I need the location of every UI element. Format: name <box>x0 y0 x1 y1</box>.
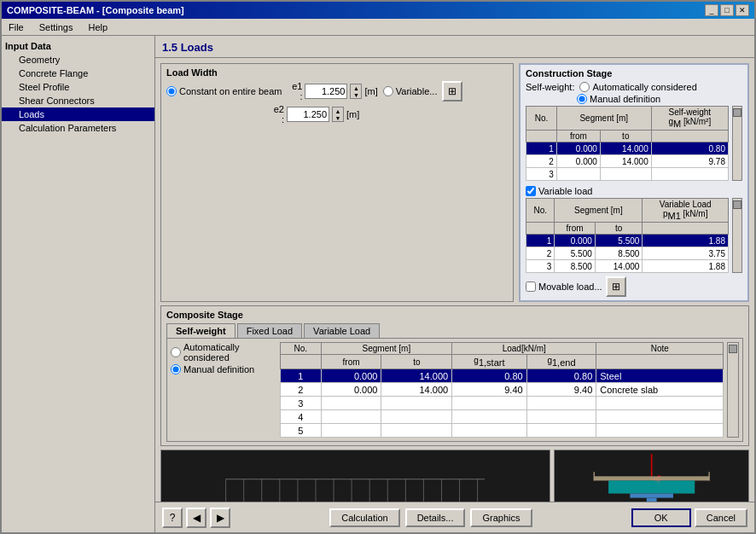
details-button[interactable]: Details... <box>405 508 466 527</box>
cs-no-2: 2 <box>526 155 557 168</box>
ct-note-1[interactable]: Steel <box>596 369 724 383</box>
ct-to-5 <box>381 424 452 438</box>
cs-gm-1[interactable]: 0.80 <box>651 142 728 155</box>
content-area: Input Data Geometry Concrete Flange Stee… <box>2 36 754 532</box>
sidebar-item-steel-profile[interactable]: Steel Profile <box>2 80 154 94</box>
sw-row: Self-weight: Automatically considered <box>526 82 742 92</box>
composite-stage-panel: Composite Stage Self-weight Fixed Load V… <box>160 305 749 446</box>
ct-row-1[interactable]: 1 0.000 14.000 0.80 0.80 Steel <box>281 369 724 383</box>
cancel-button[interactable]: Cancel <box>695 508 747 527</box>
vl-pm1-3[interactable]: 1.88 <box>643 260 729 273</box>
beam-svg <box>161 450 550 502</box>
vl-to-3[interactable]: 14.000 <box>595 260 643 273</box>
variable-load-check-label[interactable]: Variable load <box>526 186 742 196</box>
ct-row-3[interactable]: 3 <box>281 397 724 410</box>
cs-auto-radio[interactable] <box>579 82 590 92</box>
constant-radio[interactable] <box>166 86 177 96</box>
load-width-copy-button[interactable]: ⊞ <box>442 81 462 102</box>
variable-label: Variable... <box>396 86 438 96</box>
cs-from-2[interactable]: 0.000 <box>556 155 600 168</box>
cs-gm-2[interactable]: 9.78 <box>651 155 728 168</box>
vl-pm1-1[interactable]: 1.88 <box>643 235 729 247</box>
sidebar-item-calc-params[interactable]: Calculation Parameters <box>2 121 154 135</box>
movable-load-label: Movable load... <box>538 282 602 292</box>
vl-row-3[interactable]: 3 8.500 14.000 1.88 <box>526 260 729 273</box>
movable-load-check-label[interactable]: Movable load... <box>526 282 602 292</box>
ct-end-1[interactable]: 0.80 <box>526 369 596 383</box>
comp-auto-radio[interactable] <box>171 347 181 357</box>
tab-fixed-load[interactable]: Fixed Load <box>237 323 302 338</box>
e1-input[interactable] <box>305 84 347 99</box>
minimize-button[interactable]: _ <box>705 4 718 16</box>
e1-spinner[interactable]: ▲▼ <box>350 84 362 99</box>
ok-button[interactable]: OK <box>631 508 691 527</box>
movable-load-checkbox[interactable] <box>526 282 536 292</box>
vl-row-1[interactable]: 1 0.000 5.500 1.88 <box>526 235 729 247</box>
comp-manual-radio[interactable] <box>171 364 181 374</box>
cs-row-3[interactable]: 3 <box>526 168 729 181</box>
e2-group: e2 : ▲▼ [m] <box>269 104 359 125</box>
vl-to-2[interactable]: 8.500 <box>595 247 643 260</box>
tab-self-weight[interactable]: Self-weight <box>166 323 236 338</box>
calculation-button[interactable]: Calculation <box>329 508 399 527</box>
ct-note-2[interactable]: Concrete slab <box>596 383 724 397</box>
ct-to-1[interactable]: 14.000 <box>381 369 452 383</box>
comp-auto-radio-label[interactable]: Automatically considered <box>171 342 273 363</box>
ct-row-4[interactable]: 4 <box>281 410 724 424</box>
close-button[interactable]: ✕ <box>736 4 749 16</box>
sidebar-item-loads[interactable]: Loads <box>2 107 154 121</box>
cs-row-2[interactable]: 2 0.000 14.000 9.78 <box>526 155 729 168</box>
sidebar-item-shear-connectors[interactable]: Shear Connectors <box>2 94 154 107</box>
ct-to-2[interactable]: 14.000 <box>381 383 452 397</box>
prev-button[interactable]: ◀ <box>186 508 206 528</box>
cs-from-1[interactable]: 0.000 <box>556 142 600 155</box>
graphics-button[interactable]: Graphics <box>470 508 532 527</box>
constant-radio-label[interactable]: Constant on entire beam <box>166 86 282 96</box>
tab-variable-load[interactable]: Variable Load <box>304 323 380 338</box>
vl-pm1-2[interactable]: 3.75 <box>643 247 729 260</box>
cs-to-2[interactable]: 14.000 <box>600 155 651 168</box>
e2-input[interactable] <box>287 107 329 122</box>
cs-to-1[interactable]: 14.000 <box>600 142 651 155</box>
cs-manual-radio[interactable] <box>577 94 587 104</box>
menu-help[interactable]: Help <box>84 21 111 33</box>
variable-radio-label[interactable]: Variable... <box>383 86 438 96</box>
help-button[interactable]: ? <box>162 508 183 528</box>
cs-to-3 <box>600 168 651 181</box>
ct-row-2[interactable]: 2 0.000 14.000 9.40 9.40 Concrete slab <box>281 383 724 397</box>
variable-load-checkbox[interactable] <box>526 186 536 196</box>
ct-end-2[interactable]: 9.40 <box>526 383 596 397</box>
cs-web <box>646 498 656 502</box>
cs-manual-radio-label[interactable]: Manual definition <box>577 94 660 104</box>
ct-from-1[interactable]: 0.000 <box>321 369 381 383</box>
vl-from-3[interactable]: 8.500 <box>555 260 595 273</box>
vl-col-pm1: Variable LoadpM1 [kN/m] <box>643 199 729 223</box>
ct-row-5[interactable]: 5 <box>281 424 724 438</box>
comp-manual-radio-label[interactable]: Manual definition <box>171 364 273 374</box>
section-svg <box>555 450 748 502</box>
ct-from-2[interactable]: 0.000 <box>321 383 381 397</box>
title-bar-controls: _ □ ✕ <box>705 4 749 16</box>
cs-auto-label: Automatically considered <box>592 82 696 92</box>
next-button[interactable]: ▶ <box>210 508 230 528</box>
movable-copy-button[interactable]: ⊞ <box>606 276 626 297</box>
maximize-button[interactable]: □ <box>720 4 734 16</box>
section-diagram-canvas <box>554 450 749 502</box>
ct-start-1[interactable]: 0.80 <box>452 369 527 383</box>
sidebar-item-geometry[interactable]: Geometry <box>2 53 154 67</box>
e2-spinner[interactable]: ▲▼ <box>332 107 344 122</box>
menu-settings[interactable]: Settings <box>36 21 77 33</box>
menu-file[interactable]: File <box>5 21 27 33</box>
comp-manual-label: Manual definition <box>183 364 254 374</box>
vl-from-1[interactable]: 0.000 <box>555 235 595 247</box>
variable-radio[interactable] <box>383 86 393 96</box>
cs-auto-radio-label[interactable]: Automatically considered <box>579 82 696 92</box>
composite-scrollbar[interactable] <box>727 342 739 438</box>
vl-col-to: to <box>595 223 643 235</box>
vl-to-1[interactable]: 5.500 <box>595 235 643 247</box>
cs-row-1[interactable]: 1 0.000 14.000 0.80 <box>526 142 729 155</box>
ct-start-2[interactable]: 9.40 <box>452 383 527 397</box>
sidebar-item-concrete-flange[interactable]: Concrete Flange <box>2 67 154 80</box>
vl-from-2[interactable]: 5.500 <box>555 247 595 260</box>
vl-row-2[interactable]: 2 5.500 8.500 3.75 <box>526 247 729 260</box>
